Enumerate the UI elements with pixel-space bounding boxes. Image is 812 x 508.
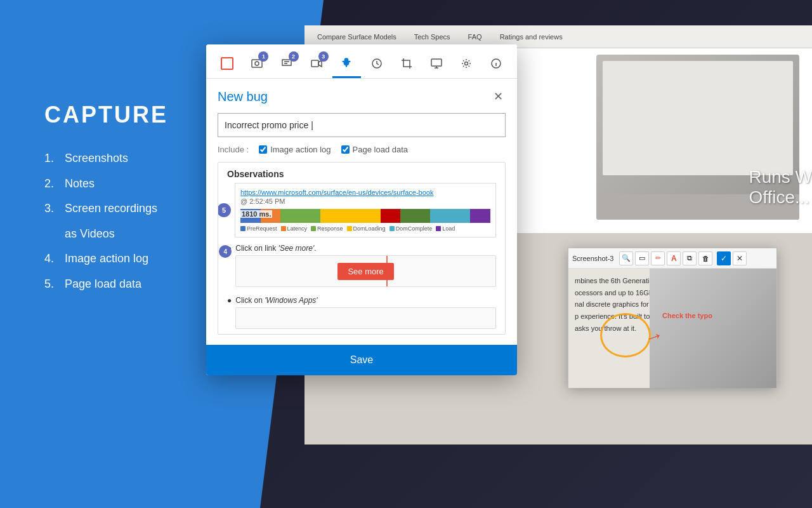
badge-3: 3 bbox=[318, 51, 329, 62]
action-see-more-text: Click on link 'See more'. bbox=[235, 244, 316, 253]
svg-rect-2 bbox=[311, 60, 318, 67]
perf-bar-container: 1810 ms. bbox=[240, 209, 490, 223]
include-row: Include : Image action log Page load dat… bbox=[218, 145, 506, 154]
list-num: 4. bbox=[44, 246, 60, 272]
windows-apps-preview bbox=[235, 307, 496, 329]
list-text: Notes bbox=[65, 171, 95, 197]
save-button-container: Save bbox=[206, 345, 517, 375]
info-button[interactable] bbox=[482, 49, 511, 78]
badge-5: 5 bbox=[218, 203, 231, 217]
legend-load: Load bbox=[436, 225, 455, 232]
list-num: 2. bbox=[44, 171, 60, 197]
legend-domloading-label: DomLoading bbox=[353, 225, 386, 232]
confirm-tool[interactable]: ✓ bbox=[717, 251, 731, 265]
note-button[interactable]: 2 bbox=[272, 49, 301, 78]
action-items: ● 4 Click on link 'See more'. See more ● bbox=[218, 244, 505, 329]
save-button[interactable]: Save bbox=[206, 345, 517, 375]
image-action-log-checkbox[interactable] bbox=[259, 145, 267, 154]
page-load-data-checkbox[interactable] bbox=[341, 145, 350, 154]
screenshot-overlay: Screenshot-3 🔍 ▭ ✏ A ⧉ 🗑 ✓ ✕ mbines the … bbox=[568, 248, 777, 387]
see-more-button-preview: See more bbox=[337, 263, 393, 280]
extension-window: 1 2 3 bbox=[206, 44, 517, 375]
perf-legend: PreRequest Latency Response DomLoad bbox=[240, 225, 490, 232]
badge-4: 4 bbox=[219, 245, 232, 258]
screenshot-toolbar: Screenshot-3 🔍 ▭ ✏ A ⧉ 🗑 ✓ ✕ bbox=[568, 248, 776, 269]
pencil-tool[interactable]: ✏ bbox=[651, 251, 665, 265]
svg-point-1 bbox=[255, 62, 259, 65]
perf-url[interactable]: https://www.microsoft.com/surface/en-us/… bbox=[240, 189, 490, 196]
capture-list: 1. Screenshots 2. Notes 3. Screen record… bbox=[44, 146, 168, 297]
screen-button[interactable] bbox=[422, 49, 450, 78]
page-load-data-checkbox-label[interactable]: Page load data bbox=[341, 145, 408, 154]
video-button[interactable]: 3 bbox=[303, 49, 331, 78]
nav-item: Ratings and reviews bbox=[500, 33, 563, 41]
see-more-preview: See more bbox=[235, 255, 496, 287]
capture-title: CAPTURE bbox=[44, 102, 168, 128]
list-num: 1. bbox=[44, 146, 60, 171]
cursor-indicator bbox=[386, 256, 388, 286]
nav-item: Compare Surface Models bbox=[317, 33, 396, 41]
copy-tool[interactable]: ⧉ bbox=[683, 251, 697, 265]
perf-bar bbox=[240, 209, 490, 223]
legend-response-label: Response bbox=[317, 225, 343, 232]
dialog-header: New bug ✕ bbox=[218, 89, 506, 104]
dialog-close-button[interactable]: ✕ bbox=[490, 89, 506, 104]
list-text: Screen recordingsas Videos bbox=[65, 196, 157, 246]
list-text: Page load data bbox=[65, 272, 141, 297]
image-action-log-checkbox-label[interactable]: Image action log bbox=[259, 145, 331, 154]
extension-toolbar: 1 2 3 bbox=[206, 44, 517, 79]
legend-domcomplete-label: DomComplete bbox=[396, 225, 433, 232]
crop-button[interactable] bbox=[392, 49, 421, 78]
settings-button[interactable] bbox=[452, 49, 481, 78]
nav-item: Tech Specs bbox=[414, 33, 450, 41]
bar-load bbox=[470, 209, 490, 223]
annotation-text: Check the typo bbox=[662, 312, 712, 319]
action-item-windows-apps: ● Click on 'Windows Apps' bbox=[227, 296, 496, 329]
badge-2: 2 bbox=[289, 51, 299, 62]
observations-panel: Observations 5 https://www.microsoft.com… bbox=[218, 162, 506, 335]
trash-tool[interactable]: 🗑 bbox=[698, 251, 712, 265]
close-tool[interactable]: ✕ bbox=[733, 251, 747, 265]
list-num: 5. bbox=[44, 272, 60, 297]
observations-header: Observations bbox=[218, 163, 505, 183]
bar-domcomplete bbox=[430, 209, 470, 223]
list-item: 3. Screen recordingsas Videos bbox=[44, 196, 168, 246]
legend-latency: Latency bbox=[281, 225, 308, 232]
list-text: Screenshots bbox=[65, 146, 128, 171]
screenshot-button[interactable]: 1 bbox=[242, 49, 271, 78]
legend-load-label: Load bbox=[442, 225, 455, 232]
perf-chart: https://www.microsoft.com/surface/en-us/… bbox=[235, 183, 496, 237]
nav-item: FAQ bbox=[468, 33, 482, 41]
screenshot-content: mbines the 6th Generation Intel ocessors… bbox=[568, 269, 776, 388]
legend-response: Response bbox=[311, 225, 343, 232]
legend-domcomplete: DomComplete bbox=[390, 225, 433, 232]
image-action-log-label: Image action log bbox=[270, 145, 331, 154]
dialog-title: New bug bbox=[218, 90, 268, 104]
list-num: 3. bbox=[44, 196, 60, 222]
action-windows-apps-text: Click on 'Windows Apps' bbox=[235, 296, 317, 305]
magnify-tool[interactable]: 🔍 bbox=[619, 251, 633, 265]
list-item: 2. Notes bbox=[44, 171, 168, 197]
perf-ms-label: 1810 ms. bbox=[240, 210, 272, 218]
bug-button[interactable] bbox=[332, 49, 361, 78]
svg-rect-4 bbox=[431, 59, 442, 66]
dialog-area: New bug ✕ Include : Image action log Pag… bbox=[206, 79, 517, 345]
runs-text: Runs WOffice... bbox=[749, 167, 812, 208]
svg-point-5 bbox=[465, 62, 468, 65]
history-button[interactable] bbox=[362, 49, 391, 78]
bar-response bbox=[280, 209, 320, 223]
badge-1: 1 bbox=[258, 51, 268, 62]
laptop-screen-graphic bbox=[603, 61, 793, 175]
stop-record-button[interactable] bbox=[213, 49, 241, 78]
legend-prerequest: PreRequest bbox=[240, 225, 277, 232]
include-label: Include : bbox=[218, 145, 249, 154]
left-panel: CAPTURE 1. Screenshots 2. Notes 3. Scree… bbox=[44, 102, 168, 297]
bug-title-input[interactable] bbox=[218, 113, 506, 137]
bar-segment-red bbox=[381, 209, 401, 223]
rect-tool[interactable]: ▭ bbox=[635, 251, 649, 265]
bar-segment-green bbox=[400, 209, 430, 223]
bar-domloading bbox=[320, 209, 381, 223]
text-tool[interactable]: A bbox=[667, 251, 681, 265]
active-indicator bbox=[336, 76, 357, 78]
list-item: 1. Screenshots bbox=[44, 146, 168, 171]
